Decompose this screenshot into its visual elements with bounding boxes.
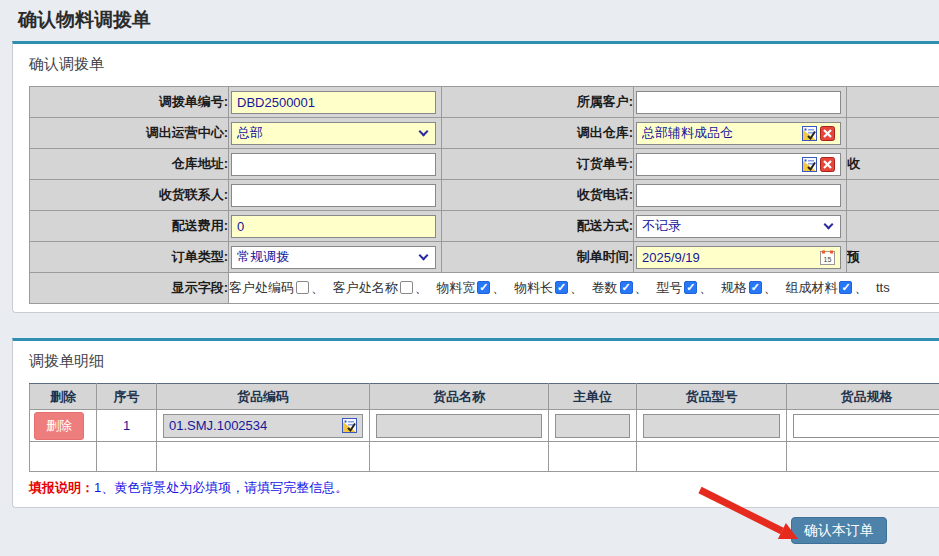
lookup-icon[interactable] bbox=[342, 418, 357, 433]
source-center-select[interactable]: 总部 bbox=[231, 122, 436, 145]
page-title: 确认物料调拨单 bbox=[18, 7, 151, 33]
edge-label: 收 bbox=[847, 149, 939, 180]
col-header-name: 货品名称 bbox=[370, 384, 549, 410]
delivery-method-label: 配送方式: bbox=[442, 211, 634, 242]
display-field-label: 型号 bbox=[656, 280, 682, 295]
display-field-label: 物料宽 bbox=[436, 280, 475, 295]
lookup-icon[interactable] bbox=[802, 157, 817, 172]
display-field-label: 物料长 bbox=[514, 280, 553, 295]
row-seq: 1 bbox=[97, 418, 156, 433]
field-cell: 常规调拨 bbox=[229, 242, 442, 273]
checkbox-composition[interactable] bbox=[839, 281, 852, 294]
display-fields-label: 显示字段: bbox=[30, 273, 229, 304]
receiver-contact-label: 收货联系人: bbox=[30, 180, 229, 211]
edge-label: 预 bbox=[847, 242, 939, 273]
annotation-arrow bbox=[682, 480, 822, 550]
form-row: 仓库地址: 订货单号: 收 bbox=[30, 149, 939, 180]
transfer-no-input[interactable]: DBD2500001 bbox=[231, 91, 436, 114]
order-no-label: 订货单号: bbox=[442, 149, 634, 180]
field-cell bbox=[229, 149, 442, 180]
chevron-down-icon bbox=[824, 219, 834, 229]
field-cell bbox=[634, 87, 847, 118]
col-header-model: 货品型号 bbox=[637, 384, 787, 410]
col-header-seq: 序号 bbox=[97, 384, 157, 410]
clear-icon[interactable] bbox=[820, 157, 835, 172]
checkbox-customer-code[interactable] bbox=[296, 281, 309, 294]
chevron-down-icon bbox=[419, 250, 429, 260]
confirm-order-panel: 确认调拨单 调拨单编号: DBD2500001 所属客户: 调出运营中心: 总部… bbox=[12, 41, 939, 313]
warehouse-address-input[interactable] bbox=[231, 153, 436, 176]
calendar-icon[interactable]: 15 bbox=[820, 250, 835, 265]
form-row: 订单类型: 常规调拨 制单时间: 2025/9/19 15 预 bbox=[30, 242, 939, 273]
order-no-input[interactable] bbox=[636, 153, 841, 176]
checkbox-customer-name[interactable] bbox=[400, 281, 413, 294]
checkbox-material-width[interactable] bbox=[477, 281, 490, 294]
field-cell: 总部 bbox=[229, 118, 442, 149]
receiver-contact-input[interactable] bbox=[231, 184, 436, 207]
field-cell: 2025/9/19 15 bbox=[634, 242, 847, 273]
delete-row-button[interactable]: 删除 bbox=[34, 412, 84, 440]
display-field-label: 卷数 bbox=[592, 280, 618, 295]
svg-text:15: 15 bbox=[824, 255, 832, 262]
display-field-label-partial: tts bbox=[876, 280, 890, 295]
detail-row: 删除 1 01.SMJ.1002534 bbox=[30, 410, 939, 442]
main-unit-input bbox=[555, 414, 630, 438]
edge-label bbox=[847, 180, 939, 211]
checkbox-model[interactable] bbox=[684, 281, 697, 294]
delivery-method-select[interactable]: 不记录 bbox=[636, 215, 841, 238]
field-cell: 总部辅料成品仓 bbox=[634, 118, 847, 149]
checkbox-spec[interactable] bbox=[749, 281, 762, 294]
customer-input[interactable] bbox=[636, 91, 841, 114]
note-text: 1、黄色背景处为必填项，请填写完整信息。 bbox=[94, 480, 348, 495]
panel-title: 确认调拨单 bbox=[29, 55, 939, 74]
note-label: 填报说明： bbox=[29, 480, 94, 495]
clear-icon[interactable] bbox=[820, 126, 835, 141]
display-fields-row: 显示字段: 客户处编码、 客户处名称、 物料宽、 物料长、 卷数、 型号、 规格… bbox=[30, 273, 939, 304]
form-row: 配送费用: 0 配送方式: 不记录 bbox=[30, 211, 939, 242]
field-cell: 不记录 bbox=[634, 211, 847, 242]
field-cell bbox=[634, 180, 847, 211]
col-header-spec: 货品规格 bbox=[787, 384, 939, 410]
order-form-table: 调拨单编号: DBD2500001 所属客户: 调出运营中心: 总部 调出仓库:… bbox=[29, 86, 939, 304]
customer-label: 所属客户: bbox=[442, 87, 634, 118]
product-spec-input[interactable] bbox=[793, 414, 939, 438]
field-cell bbox=[634, 149, 847, 180]
edge-label bbox=[847, 118, 939, 149]
create-time-input[interactable]: 2025/9/19 15 bbox=[636, 246, 841, 269]
detail-header-row: 删除 序号 货品编码 货品名称 主单位 货品型号 货品规格 bbox=[30, 384, 939, 410]
display-field-label: 客户处名称 bbox=[333, 280, 398, 295]
panel-title: 调拨单明细 bbox=[29, 352, 939, 371]
field-cell bbox=[229, 180, 442, 211]
product-name-input bbox=[376, 414, 542, 438]
lookup-icon[interactable] bbox=[802, 126, 817, 141]
display-field-label: 组成材料 bbox=[785, 280, 837, 295]
source-warehouse-label: 调出仓库: bbox=[442, 118, 634, 149]
display-field-label: 规格 bbox=[721, 280, 747, 295]
form-row: 调出运营中心: 总部 调出仓库: 总部辅料成品仓 bbox=[30, 118, 939, 149]
receiver-phone-input[interactable] bbox=[636, 184, 841, 207]
create-time-label: 制单时间: bbox=[442, 242, 634, 273]
col-header-code: 货品编码 bbox=[157, 384, 370, 410]
display-fields-cell: 客户处编码、 客户处名称、 物料宽、 物料长、 卷数、 型号、 规格、 组成材料… bbox=[229, 273, 939, 304]
source-center-label: 调出运营中心: bbox=[30, 118, 229, 149]
detail-empty-row bbox=[30, 442, 939, 472]
order-type-select[interactable]: 常规调拨 bbox=[231, 246, 436, 269]
col-header-unit: 主单位 bbox=[549, 384, 637, 410]
field-cell: DBD2500001 bbox=[229, 87, 442, 118]
display-field-label: 客户处编码 bbox=[229, 280, 294, 295]
delivery-fee-label: 配送费用: bbox=[30, 211, 229, 242]
product-code-input: 01.SMJ.1002534 bbox=[163, 414, 363, 438]
field-cell: 0 bbox=[229, 211, 442, 242]
product-model-input bbox=[643, 414, 780, 438]
transfer-no-label: 调拨单编号: bbox=[30, 87, 229, 118]
checkbox-roll-count[interactable] bbox=[620, 281, 633, 294]
form-row: 收货联系人: 收货电话: bbox=[30, 180, 939, 211]
source-warehouse-input[interactable]: 总部辅料成品仓 bbox=[636, 122, 841, 145]
checkbox-material-length[interactable] bbox=[555, 281, 568, 294]
form-row: 调拨单编号: DBD2500001 所属客户: bbox=[30, 87, 939, 118]
order-type-label: 订单类型: bbox=[30, 242, 229, 273]
chevron-down-icon bbox=[419, 126, 429, 136]
delivery-fee-input[interactable]: 0 bbox=[231, 215, 436, 238]
detail-table: 删除 序号 货品编码 货品名称 主单位 货品型号 货品规格 删除 1 01.SM… bbox=[29, 383, 939, 472]
edge-label bbox=[847, 87, 939, 118]
